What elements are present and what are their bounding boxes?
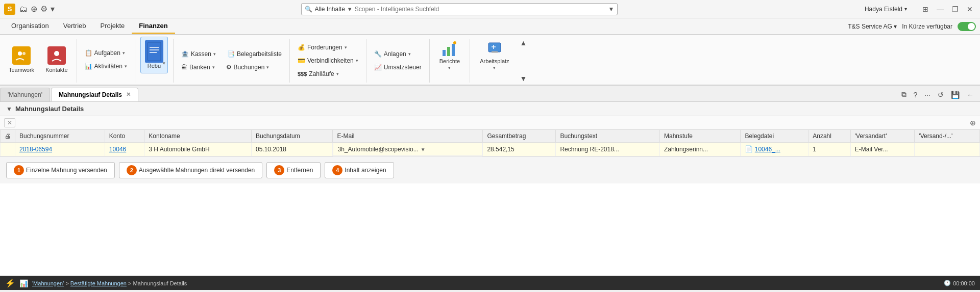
tab-action-back[interactable]: ←: [965, 90, 976, 100]
col-kontoname[interactable]: Kontoname: [144, 130, 252, 143]
ribbon-btn-berichte[interactable]: Berichte ▾: [435, 37, 464, 73]
kassen-icon: 🏦: [181, 50, 189, 58]
breadcrumb-mahnungen[interactable]: 'Mahnungen': [32, 280, 64, 286]
ribbon-btn-aktivitaeten[interactable]: 📊 Aktivitäten ▾: [81, 61, 131, 72]
ribbon-btn-kassen[interactable]: 🏦 Kassen ▾: [178, 48, 219, 60]
cell-anzahl: 1: [808, 143, 851, 156]
ribbon-btn-umsatzsteuer[interactable]: 📈 Umsatzsteuer: [371, 62, 425, 73]
search-input[interactable]: [355, 6, 606, 13]
user-caret[interactable]: ▾: [904, 6, 907, 12]
tab-action-copy[interactable]: ⧉: [899, 89, 909, 100]
tab-mahnungen[interactable]: 'Mahnungen': [0, 88, 50, 101]
buchungsnummer-link[interactable]: 2018-06594: [19, 146, 52, 153]
section-collapse-btn[interactable]: ▼: [6, 105, 12, 113]
anlagen-label: Anlagen: [384, 50, 406, 58]
breadcrumb-sep2: >: [128, 280, 133, 286]
clock-icon: 🕐: [944, 280, 951, 286]
ribbon-collapse-up[interactable]: ▲: [520, 39, 527, 47]
company-selector[interactable]: T&S Service AG ▾: [848, 23, 897, 30]
tab-action-help[interactable]: ?: [912, 90, 920, 100]
tab-action-refresh[interactable]: ↺: [936, 90, 946, 100]
restore-btn[interactable]: ❐: [949, 4, 962, 14]
col-anzahl[interactable]: Anzahl: [808, 130, 851, 143]
col-buchungsdatum[interactable]: Buchungsdatum: [251, 130, 332, 143]
tab-close-btn[interactable]: ✕: [126, 91, 131, 98]
btn-einzelne-mahnung[interactable]: 1 Einzelne Mahnung versenden: [6, 162, 115, 178]
available-toggle[interactable]: [958, 22, 976, 31]
col-email[interactable]: E-Mail: [333, 130, 483, 143]
content-area: ▼ Mahnungslauf Details ✕ ⊕ 🖨 Buchungsnum…: [0, 102, 980, 276]
aktivitaeten-icon: 📊: [85, 63, 92, 70]
forderungen-caret: ▾: [345, 45, 347, 50]
menu-projekte[interactable]: Projekte: [93, 19, 132, 34]
menu-organisation[interactable]: Organisation: [4, 19, 56, 34]
search-filter-label[interactable]: Alle Inhalte: [314, 6, 345, 13]
konto-link[interactable]: 10046: [109, 146, 126, 153]
username[interactable]: Hadya Eisfeld: [865, 6, 902, 13]
col-mahnstufe[interactable]: Mahnstufe: [659, 130, 740, 143]
aktivitaeten-label: Aktivitäten: [94, 63, 122, 70]
col-versand[interactable]: 'Versand-/...': [915, 130, 980, 143]
section-header: ▼ Mahnungslauf Details: [0, 102, 980, 116]
ribbon-btn-zahllaufe[interactable]: $$$ Zahlläufe ▾: [294, 68, 342, 79]
window-icon-btn[interactable]: ⊞: [919, 4, 932, 14]
filter-icon[interactable]: ▼: [347, 6, 353, 12]
belegdatei-link[interactable]: 10046_...: [755, 146, 780, 153]
ribbon-btn-buchungen[interactable]: ⚙ Buchungen ▾: [223, 62, 273, 73]
ribbon-collapse-down[interactable]: ▼: [520, 74, 527, 83]
btn-entfernen[interactable]: 3 Entfernen: [266, 162, 321, 178]
table-container: 🖨 Buchungsnummer Konto Kontoname Buchung…: [0, 129, 980, 156]
ribbon-btn-belegarbeitsliste[interactable]: 📑 Belegarbeitsliste: [224, 48, 285, 60]
ribbon-btn-forderungen[interactable]: 💰 Forderungen ▾: [294, 42, 351, 53]
svg-rect-7: [443, 50, 446, 56]
ribbon-btn-banken[interactable]: 🏛 Banken ▾: [178, 62, 218, 73]
btn-inhalt-anzeigen-label: Inhalt anzeigen: [345, 167, 386, 174]
btn-ausgewaehlte-mahnungen[interactable]: 2 Ausgewählte Mahnungen direkt versenden: [119, 162, 262, 178]
status-icon[interactable]: ⚡: [5, 278, 15, 288]
ribbon-btn-kontakte[interactable]: Kontakte: [41, 42, 72, 78]
settings-icon[interactable]: ⚙: [40, 4, 47, 14]
menu-vertrieb[interactable]: Vertrieb: [56, 19, 93, 34]
ribbon-btn-anlagen[interactable]: 🔧 Anlagen ▾: [371, 48, 414, 60]
ribbon-btn-teamwork[interactable]: Teamwork: [4, 42, 39, 78]
arbeitsplatz-label: Arbeitsplatz: [480, 58, 509, 65]
menubar: Organisation Vertrieb Projekte Finanzen …: [0, 18, 980, 35]
tab-mahnungen-label: 'Mahnungen': [8, 91, 42, 98]
btn-number-2: 2: [127, 165, 137, 175]
ribbon: Teamwork Kontakte 📋 Aufgaben ▾ 📊: [0, 35, 980, 86]
table-clear-btn[interactable]: ✕: [4, 118, 15, 127]
col-buchungstext[interactable]: Buchungstext: [556, 130, 660, 143]
breadcrumb-bestaetigt[interactable]: Bestätigte Mahnungen: [70, 280, 127, 286]
tab-action-more[interactable]: ···: [922, 90, 933, 100]
ribbon-btn-verbindlichkeiten[interactable]: 💳 Verbindlichkeiten ▾: [294, 55, 362, 66]
ribbon-btn-rebu[interactable]: Rebu ▾: [140, 37, 168, 73]
tab-action-save[interactable]: 💾: [949, 90, 962, 100]
briefcase-icon[interactable]: 🗂: [19, 5, 28, 14]
minimize-btn[interactable]: —: [934, 4, 947, 14]
dropdown-icon[interactable]: ▾: [51, 4, 55, 14]
menu-items: Organisation Vertrieb Projekte Finanzen: [4, 19, 175, 34]
aufgaben-caret: ▾: [122, 50, 125, 56]
add-icon[interactable]: ⊕: [31, 4, 37, 14]
menubar-right: T&S Service AG ▾ In Kürze verfügbar: [848, 22, 976, 31]
col-buchungsnummer[interactable]: Buchungsnummer: [15, 130, 105, 143]
col-konto[interactable]: Konto: [105, 130, 144, 143]
close-btn[interactable]: ✕: [964, 4, 976, 14]
col-belegdatei[interactable]: Belegdatei: [741, 130, 808, 143]
buchungen-label: Buchungen: [234, 64, 265, 71]
col-versandart[interactable]: 'Versandart': [850, 130, 915, 143]
menu-finanzen[interactable]: Finanzen: [132, 19, 175, 34]
email-dropdown[interactable]: ▼: [421, 147, 426, 152]
ribbon-btn-aufgaben[interactable]: 📋 Aufgaben ▾: [81, 47, 129, 59]
buchungen-icon: ⚙: [226, 64, 232, 71]
col-gesamtbetrag[interactable]: Gesamtbetrag: [483, 130, 556, 143]
ribbon-btn-arbeitsplatz[interactable]: Arbeitsplatz ▾: [475, 37, 513, 73]
aktivitaeten-caret: ▾: [125, 64, 127, 69]
arbeitsplatz-caret: ▾: [493, 65, 496, 70]
cell-buchungsnummer: 2018-06594: [15, 143, 105, 156]
tab-mahnungslauf-details[interactable]: Mahnungslauf Details ✕: [51, 88, 138, 101]
table-add-btn[interactable]: ⊕: [970, 119, 976, 127]
chart-icon[interactable]: 📊: [19, 279, 28, 287]
search-dropdown-arrow[interactable]: ▼: [608, 6, 615, 13]
btn-inhalt-anzeigen[interactable]: 4 Inhalt anzeigen: [325, 162, 394, 178]
